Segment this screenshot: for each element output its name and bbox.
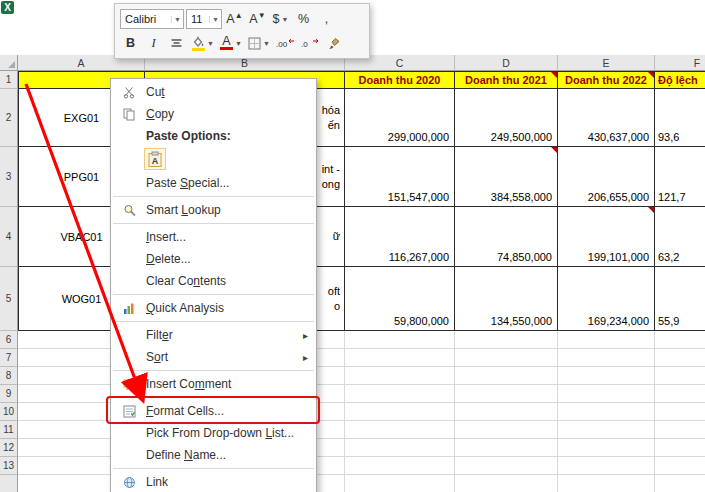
menu-item-pick-from-dropdown-list[interactable]: Pick From Drop-down List... <box>111 422 316 444</box>
cell-D3[interactable]: 384,558,000 <box>455 147 558 207</box>
menu-item-insert[interactable]: Insert... <box>111 226 316 248</box>
paste-option-paste[interactable]: A <box>144 148 166 170</box>
grow-font-button[interactable]: A▲ <box>224 9 245 30</box>
grid-cell <box>455 475 558 492</box>
menu-separator <box>113 321 314 322</box>
copy-icon <box>117 108 141 121</box>
menu-item-smart-lookup[interactable]: Smart Lookup <box>111 199 316 221</box>
cell-C4[interactable]: 116,267,000 <box>345 207 455 267</box>
shrink-font-button[interactable]: A▼ <box>247 9 268 30</box>
row-header-7[interactable]: 7 <box>0 349 18 367</box>
row-header-12[interactable]: 12 <box>0 439 18 457</box>
cell-E1[interactable]: Doanh thu 2022 <box>558 71 655 89</box>
cell-D4[interactable]: 74,850,000 <box>455 207 558 267</box>
paste-options-row: A <box>111 146 316 172</box>
scissors-icon <box>117 86 141 99</box>
cell-D2[interactable]: 249,500,000 <box>455 89 558 147</box>
cell-E5[interactable]: 169,234,000 <box>558 267 655 331</box>
chevron-down-icon: ▼ <box>209 16 219 23</box>
column-header-E[interactable]: E <box>558 55 655 71</box>
svg-text:.00: .00 <box>276 40 288 49</box>
cell-C5[interactable]: 59,800,000 <box>345 267 455 331</box>
column-header-D[interactable]: D <box>455 55 558 71</box>
font-name-select[interactable]: Calibri▼ <box>120 9 184 29</box>
row-header-9[interactable]: 9 <box>0 385 18 403</box>
cell-C2[interactable]: 299,000,000 <box>345 89 455 147</box>
cell-F5[interactable]: 55,9 <box>655 267 705 331</box>
cell-C3[interactable]: 151,547,000 <box>345 147 455 207</box>
menu-item-insert-comment[interactable]: Insert Comment <box>111 373 316 395</box>
menu-item-sort[interactable]: Sort▸ <box>111 346 316 368</box>
cell-D1[interactable]: Doanh thu 2021 <box>455 71 558 89</box>
menu-item-clear-contents[interactable]: Clear Contents <box>111 270 316 292</box>
menu-separator <box>113 223 314 224</box>
menu-separator <box>113 397 314 398</box>
menu-item-label: Copy <box>146 107 174 121</box>
italic-button[interactable]: I <box>143 33 164 54</box>
menu-item-label: Smart Lookup <box>146 203 221 217</box>
accounting-number-format-button[interactable]: $▼ <box>270 9 291 30</box>
cell-F4[interactable]: 63,2 <box>655 207 705 267</box>
cell-D5[interactable]: 134,550,000 <box>455 267 558 331</box>
row-header-5[interactable]: 5 <box>0 267 18 331</box>
font-color-button[interactable]: A▼ <box>218 33 244 54</box>
menu-item-paste-special[interactable]: Paste Special... <box>111 172 316 194</box>
menu-item-link[interactable]: Link <box>111 471 316 492</box>
borders-button[interactable]: ▼ <box>246 33 272 54</box>
grid-cell <box>455 349 558 367</box>
row-header-1[interactable]: 1 <box>0 71 18 89</box>
menu-item-cut[interactable]: Cut <box>111 81 316 103</box>
menu-item-delete[interactable]: Delete... <box>111 248 316 270</box>
menu-item-copy[interactable]: Copy <box>111 103 316 125</box>
select-all-corner[interactable] <box>0 55 18 71</box>
grid-cell <box>558 331 655 349</box>
bold-button[interactable]: B <box>120 33 141 54</box>
grid-cell <box>558 475 655 492</box>
svg-text:.0: .0 <box>301 40 308 49</box>
comma-style-button[interactable]: , <box>316 9 337 30</box>
product-name-fragment: o <box>334 299 340 314</box>
cell-E4[interactable]: 199,101,000 <box>558 207 655 267</box>
row-header-13[interactable]: 13 <box>0 457 18 475</box>
menu-item-quick-analysis[interactable]: Quick Analysis <box>111 297 316 319</box>
row-header-4[interactable]: 4 <box>0 207 18 267</box>
row-header-2[interactable]: 2 <box>0 89 18 147</box>
mini-toolbar: Calibri▼11▼A▲A▼$▼%,BI▼A▼▼.00.0 <box>114 3 370 59</box>
grid-cell <box>655 403 705 421</box>
center-text-button[interactable] <box>166 33 187 54</box>
menu-item-define-name[interactable]: Define Name... <box>111 444 316 466</box>
font-size-select[interactable]: 11▼ <box>186 9 222 29</box>
cell-F3[interactable]: 121,7 <box>655 147 705 207</box>
row-header-3[interactable]: 3 <box>0 147 18 207</box>
product-name-fragment: hóa <box>322 103 340 118</box>
format-painter-button[interactable] <box>324 33 345 54</box>
grid-cell <box>455 421 558 439</box>
row-header-8[interactable]: 8 <box>0 367 18 385</box>
menu-item-filter[interactable]: Filter▸ <box>111 324 316 346</box>
grid-cell <box>655 349 705 367</box>
product-name-fragment: ong <box>322 177 340 192</box>
fill-color-button[interactable]: ▼ <box>189 33 216 54</box>
menu-item-format-cells[interactable]: Format Cells... <box>111 400 316 422</box>
font-name-select-value: Calibri <box>125 13 168 25</box>
magnifier-icon <box>117 204 141 217</box>
menu-item-label: Paste Special... <box>146 176 229 190</box>
cell-E2[interactable]: 430,637,000 <box>558 89 655 147</box>
cell-E3[interactable]: 206,655,000 <box>558 147 655 207</box>
grid-cell <box>455 439 558 457</box>
quick-analysis-icon <box>117 302 141 315</box>
row-header-10[interactable]: 10 <box>0 403 18 421</box>
row-header-11[interactable]: 11 <box>0 421 18 439</box>
cell-C1[interactable]: Doanh thu 2020 <box>345 71 455 89</box>
increase-decimal-button[interactable]: .00 <box>274 33 297 54</box>
percent-style-button[interactable]: % <box>293 9 314 30</box>
row-header-14[interactable] <box>0 475 18 492</box>
column-header-F[interactable]: F <box>655 55 705 71</box>
decrease-decimal-button[interactable]: .0 <box>299 33 322 54</box>
menu-separator <box>113 370 314 371</box>
context-menu: CutCopyPaste Options:APaste Special...Sm… <box>110 78 317 492</box>
cell-F2[interactable]: 93,6 <box>655 89 705 147</box>
menu-separator <box>113 468 314 469</box>
row-header-6[interactable]: 6 <box>0 331 18 349</box>
cell-F1[interactable]: Độ lệch <box>655 71 705 89</box>
